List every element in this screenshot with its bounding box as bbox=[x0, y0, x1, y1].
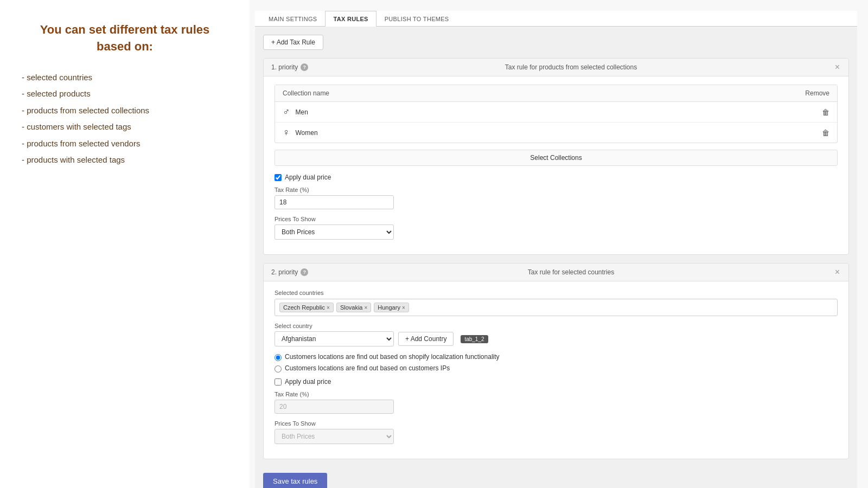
collection-table: Collection name Remove ♂ Men 🗑 ♀ Wom bbox=[275, 85, 838, 143]
tax-rate-1-input[interactable] bbox=[275, 195, 394, 209]
left-panel: You can set different tax rules based on… bbox=[0, 0, 250, 488]
rule-1-priority: 1. priority ? bbox=[271, 63, 308, 71]
prices-to-show-1-label: Prices To Show bbox=[275, 216, 838, 222]
save-tax-rules-button[interactable]: Save tax rules bbox=[263, 473, 327, 488]
delete-men-button[interactable]: 🗑 bbox=[822, 108, 829, 117]
country-tag-slovakia: Slovakia × bbox=[336, 303, 371, 312]
tax-rate-1-label: Tax Rate (%) bbox=[275, 187, 838, 193]
rule-1-title: Tax rule for products from selected coll… bbox=[505, 63, 637, 71]
prices-to-show-1-select[interactable]: Both Prices Tax Inclusive Tax Exclusive bbox=[275, 224, 394, 240]
rule-1-header: 1. priority ? Tax rule for products from… bbox=[264, 59, 848, 76]
rule-1-close-button[interactable]: × bbox=[834, 63, 841, 72]
radio-customer-ips-label: Customers locations are find out based o… bbox=[285, 364, 450, 372]
delete-women-button[interactable]: 🗑 bbox=[822, 129, 829, 137]
rule-2-body: Selected countries Czech Republic × Slov… bbox=[264, 281, 848, 459]
collection-table-header: Collection name Remove bbox=[275, 85, 837, 102]
rule-card-2: 2. priority ? Tax rule for selected coun… bbox=[263, 263, 849, 459]
country-tag-hungary: Hungary × bbox=[374, 303, 409, 312]
priority-1-tooltip-icon[interactable]: ? bbox=[301, 63, 308, 71]
apply-dual-price-2-label: Apply dual price bbox=[285, 378, 331, 386]
tax-rate-2-group: Tax Rate (%) bbox=[275, 391, 838, 414]
left-panel-title: You can set different tax rules based on… bbox=[22, 22, 228, 55]
features-list: - selected countries - selected products… bbox=[22, 72, 228, 166]
tax-rate-2-label: Tax Rate (%) bbox=[275, 391, 838, 397]
tab-label-badge: tab_1_2 bbox=[461, 335, 488, 343]
prices-to-show-1-group: Prices To Show Both Prices Tax Inclusive… bbox=[275, 216, 838, 240]
select-country-dropdown[interactable]: Afghanistan Albania Algeria bbox=[275, 331, 394, 346]
remove-hungary-button[interactable]: × bbox=[402, 305, 405, 311]
tab-publish-to-themes[interactable]: PUBLISH TO THEMES bbox=[376, 11, 457, 27]
select-country-label: Select country bbox=[275, 323, 838, 329]
priority-2-tooltip-icon[interactable]: ? bbox=[301, 268, 308, 276]
collection-row-men: ♂ Men 🗑 bbox=[275, 102, 837, 123]
add-country-button[interactable]: + Add Country bbox=[398, 332, 454, 346]
selected-countries-group: Selected countries Czech Republic × Slov… bbox=[275, 290, 838, 316]
list-item: - products with selected tags bbox=[22, 154, 228, 166]
rule-2-close-button[interactable]: × bbox=[834, 268, 841, 277]
list-item: - selected products bbox=[22, 88, 228, 100]
rule-2-header: 2. priority ? Tax rule for selected coun… bbox=[264, 264, 848, 281]
tax-rate-2-input[interactable] bbox=[275, 400, 394, 414]
remove-slovakia-button[interactable]: × bbox=[364, 305, 367, 311]
radio-customer-ips: Customers locations are find out based o… bbox=[275, 364, 838, 373]
select-collections-button[interactable]: Select Collections bbox=[275, 150, 838, 166]
add-tax-rule-button[interactable]: + Add Tax Rule bbox=[263, 35, 323, 50]
apply-dual-price-1-row: Apply dual price bbox=[275, 174, 838, 181]
list-item: - selected countries bbox=[22, 72, 228, 84]
rule-1-body: Collection name Remove ♂ Men 🗑 ♀ Wom bbox=[264, 76, 848, 254]
right-panel: MAIN SETTINGS TAX RULES PUBLISH TO THEME… bbox=[250, 0, 868, 488]
prices-to-show-2-label: Prices To Show bbox=[275, 420, 838, 427]
selected-countries-label: Selected countries bbox=[275, 290, 838, 296]
radio-shopify-localization-input[interactable] bbox=[275, 354, 282, 361]
tax-rate-1-group: Tax Rate (%) bbox=[275, 187, 838, 209]
apply-dual-price-1-checkbox[interactable] bbox=[275, 174, 282, 181]
radio-shopify-localization: Customers locations are find out based o… bbox=[275, 353, 838, 361]
select-country-row: Afghanistan Albania Algeria + Add Countr… bbox=[275, 331, 838, 346]
list-item: - products from selected vendors bbox=[22, 138, 228, 150]
remove-czech-button[interactable]: × bbox=[327, 305, 330, 311]
content-area: + Add Tax Rule 1. priority ? Tax rule fo… bbox=[255, 27, 857, 488]
male-icon: ♂ bbox=[283, 106, 290, 118]
collection-name-women: ♀ Women bbox=[283, 127, 822, 138]
female-icon: ♀ bbox=[283, 127, 290, 138]
radio-shopify-localization-label: Customers locations are find out based o… bbox=[285, 353, 500, 361]
prices-to-show-2-select[interactable]: Both Prices Tax Inclusive Tax Exclusive bbox=[275, 429, 394, 444]
rule-2-priority: 2. priority ? bbox=[271, 268, 308, 276]
select-country-group: Select country Afghanistan Albania Alger… bbox=[275, 323, 838, 346]
country-tag-czech: Czech Republic × bbox=[279, 303, 334, 312]
country-tags-container: Czech Republic × Slovakia × Hungary × bbox=[275, 299, 838, 316]
tab-main-settings[interactable]: MAIN SETTINGS bbox=[260, 11, 325, 27]
rule-card-1: 1. priority ? Tax rule for products from… bbox=[263, 58, 849, 255]
tab-tax-rules[interactable]: TAX RULES bbox=[325, 11, 376, 27]
radio-customer-ips-input[interactable] bbox=[275, 365, 282, 373]
list-item: - customers with selected tags bbox=[22, 121, 228, 133]
apply-dual-price-2-checkbox[interactable] bbox=[275, 378, 282, 386]
list-item: - products from selected collections bbox=[22, 105, 228, 117]
rule-2-title: Tax rule for selected countries bbox=[528, 268, 614, 276]
collection-name-men: ♂ Men bbox=[283, 106, 822, 118]
apply-dual-price-1-label: Apply dual price bbox=[285, 174, 331, 181]
apply-dual-price-2-row: Apply dual price bbox=[275, 378, 838, 386]
prices-to-show-2-group: Prices To Show Both Prices Tax Inclusive… bbox=[275, 420, 838, 444]
tab-bar: MAIN SETTINGS TAX RULES PUBLISH TO THEME… bbox=[255, 11, 857, 27]
collection-row-women: ♀ Women 🗑 bbox=[275, 123, 837, 143]
